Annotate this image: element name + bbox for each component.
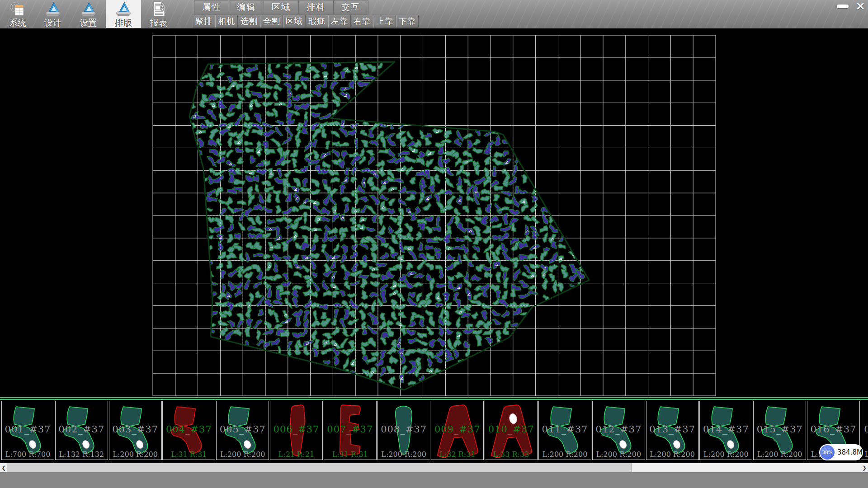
piece-name: 010_#37: [485, 424, 537, 435]
tool-button-1[interactable]: 聚排: [193, 15, 215, 28]
tool-button-7[interactable]: 左靠: [328, 15, 351, 28]
piece-lr-count: L:200 R:200: [754, 450, 806, 459]
tool-button-9[interactable]: 上靠: [373, 15, 396, 28]
nested-pieces[interactable]: [190, 61, 585, 385]
piece-lr-count: L:200 R:200: [646, 450, 698, 459]
piece-name: 007_#37: [324, 424, 376, 435]
minimize-icon: [837, 5, 849, 8]
app-button-label: 排版: [115, 18, 132, 28]
piece-name: 011_#37: [539, 424, 591, 435]
horizontal-scrollbar[interactable]: ❮ ❯: [0, 463, 868, 472]
piece-thumbnail-015[interactable]: 015_#37L:200 R:200: [753, 401, 806, 460]
memory-percent-badge: 38%: [820, 445, 835, 460]
tool-button-4[interactable]: 全割: [260, 15, 283, 28]
canvas-svg: [0, 28, 868, 397]
tool-button-3[interactable]: 选割: [238, 15, 260, 28]
app-button-label: 系统: [9, 18, 26, 28]
piece-lr-count: L:31 R:31: [163, 450, 215, 459]
piece-lr-count: L:132 R:132: [56, 450, 108, 459]
piece-thumbnail-004[interactable]: 004_#37L:31 R:31: [162, 401, 215, 460]
piece-thumbnail-001[interactable]: 001_#37L:700 R:700: [1, 401, 54, 460]
piece-lr-count: L:200 R:200: [109, 450, 161, 459]
app-button-system[interactable]: 系统: [0, 0, 35, 28]
nesting-canvas[interactable]: [0, 28, 868, 397]
tool-button-10[interactable]: 下靠: [396, 15, 419, 28]
piece-thumbnail-005[interactable]: 005_#37L:200 R:200: [216, 401, 269, 460]
piece-lr-count: L:33 R:33: [485, 450, 537, 459]
app-button-label: 报表: [150, 18, 167, 28]
menu-tab-1[interactable]: 属性: [194, 0, 229, 14]
app-window: 系统设计设置排版报表 属性编辑区域排料交互 聚排相机选割全割区域瑕疵左靠右靠上靠…: [0, 0, 868, 488]
piece-thumbnail-009[interactable]: 009_#37L:32 R:31: [431, 401, 484, 460]
app-button-label: 设置: [80, 18, 97, 28]
tool-button-2[interactable]: 相机: [215, 15, 238, 28]
piece-thumbnail-008[interactable]: 008_#37L:200 R:200: [377, 401, 430, 460]
menu-tab-2[interactable]: 编辑: [229, 0, 264, 14]
piece-thumbnail-007[interactable]: 007_#37L:31 R:31: [324, 401, 377, 460]
memory-value: 384.8M: [837, 444, 863, 460]
piece-lr-count: L:700 R:700: [2, 450, 54, 459]
app-button-nesting[interactable]: 排版: [106, 0, 141, 28]
piece-lr-count: L:200 R:200: [593, 450, 645, 459]
piece-lr-count: L:31 R:31: [324, 450, 376, 459]
menu-tab-5[interactable]: 交互: [333, 0, 368, 14]
scroll-right-icon[interactable]: ❯: [861, 463, 868, 472]
piece-name: 003_#37: [109, 424, 161, 435]
piece-name: 002_#37: [56, 424, 108, 435]
app-switcher: 系统设计设置排版报表: [0, 0, 176, 28]
piece-name: 005_#37: [217, 424, 269, 435]
system-icon: [9, 0, 26, 18]
piece-thumbnail-003[interactable]: 003_#37L:200 R:200: [109, 401, 162, 460]
menu-tab-3[interactable]: 区域: [264, 0, 299, 14]
design-icon: [45, 0, 61, 18]
piece-thumbnail-006[interactable]: 006_#37L:21 R:21: [270, 401, 323, 460]
piece-name: 006_#37: [270, 424, 322, 435]
tool-button-8[interactable]: 右靠: [351, 15, 373, 28]
piece-name: 014_#37: [700, 424, 752, 435]
titlebar: 系统设计设置排版报表 属性编辑区域排料交互 聚排相机选割全割区域瑕疵左靠右靠上靠…: [0, 0, 868, 28]
piece-lr-count: L:21 R:21: [270, 450, 322, 459]
piece-thumbnail-002[interactable]: 002_#37L:132 R:132: [55, 401, 108, 460]
piece-name: 008_#37: [378, 424, 430, 435]
piece-name: 004_#37: [163, 424, 215, 435]
piece-thumbnail-013[interactable]: 013_#37L:200 R:200: [646, 401, 699, 460]
app-button-settings[interactable]: 设置: [71, 0, 106, 28]
minimize-button[interactable]: [835, 2, 850, 11]
strip-top-lines: [0, 397, 868, 400]
piece-name: 016_#37: [807, 424, 859, 435]
status-bar: [0, 472, 868, 488]
memory-badge: 38% 384.8M: [819, 444, 863, 460]
piece-thumbnail-014[interactable]: 014_#37L:200 R:200: [699, 401, 752, 460]
piece-lr-count: L:200 R:200: [217, 450, 269, 459]
app-button-label: 设计: [44, 18, 61, 28]
window-controls: ✕: [835, 1, 865, 12]
piece-name: 009_#37: [431, 424, 483, 435]
piece-thumbnail-010[interactable]: 010_#37L:33 R:33: [485, 401, 538, 460]
piece-thumbnail-011[interactable]: 011_#37L:200 R:200: [538, 401, 591, 460]
tool-button-6[interactable]: 瑕疵: [306, 15, 328, 28]
piece-lr-count: L:32 R:31: [431, 450, 483, 459]
menu-row: 属性编辑区域排料交互: [194, 0, 368, 15]
close-icon[interactable]: ✕: [855, 1, 865, 12]
app-button-design[interactable]: 设计: [35, 0, 71, 28]
tool-button-5[interactable]: 区域: [283, 15, 306, 28]
settings-icon: [80, 0, 96, 18]
piece-name: 015_#37: [754, 424, 806, 435]
piece-name: 013_#37: [646, 424, 698, 435]
scrollbar-thumb[interactable]: [7, 463, 632, 472]
menu-tab-4[interactable]: 排料: [298, 0, 334, 14]
piece-name: 012_#37: [593, 424, 645, 435]
piece-lr-count: L:200 R:200: [700, 450, 752, 459]
report-icon: [151, 0, 167, 18]
piece-name: 001_#37: [2, 424, 54, 435]
piece-lr-count: L:200 R:200: [539, 450, 591, 459]
piece-thumbnail-012[interactable]: 012_#37L:200 R:200: [592, 401, 645, 460]
piece-thumbnail-strip: 001_#37L:700 R:700002_#37L:132 R:132003_…: [0, 397, 868, 463]
scroll-left-icon[interactable]: ❮: [0, 463, 7, 472]
nesting-icon: [115, 0, 132, 18]
tool-row: 聚排相机选割全割区域瑕疵左靠右靠上靠下靠: [193, 15, 419, 28]
app-button-report[interactable]: 报表: [141, 0, 176, 28]
piece-name: 017_#37: [861, 424, 868, 435]
piece-lr-count: L:200 R:200: [378, 450, 430, 459]
